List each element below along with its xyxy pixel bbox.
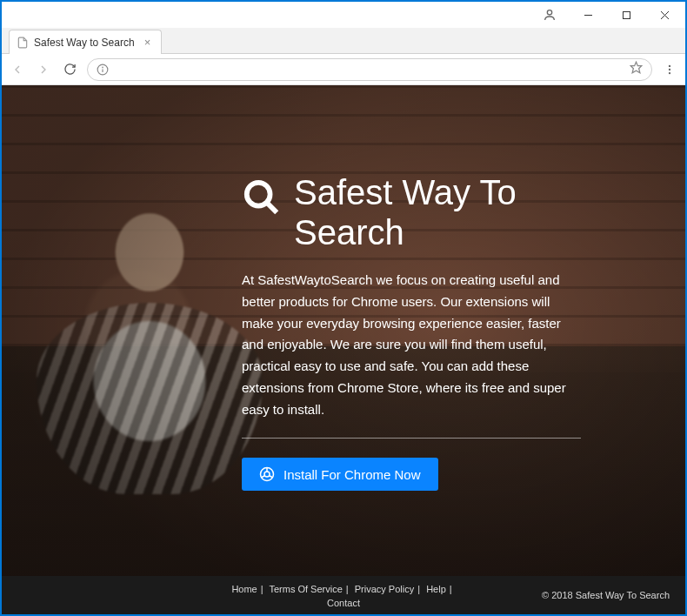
tab-strip: Safest Way to Search × [2, 28, 685, 54]
footer-link-privacy[interactable]: Privacy Policy [355, 584, 414, 594]
footer-link-contact[interactable]: Contact [327, 598, 360, 608]
bookmark-star-icon[interactable] [630, 61, 643, 77]
reload-button[interactable] [61, 61, 78, 78]
install-cta-button[interactable]: Install For Chrome Now [242, 458, 438, 491]
hero-panel: Safest Way To Search At SafestWaytoSearc… [242, 172, 581, 491]
footer-link-tos[interactable]: Terms Of Service [269, 584, 342, 594]
cta-label: Install For Chrome Now [283, 467, 421, 482]
page-content: Safest Way To Search At SafestWaytoSearc… [2, 85, 685, 614]
svg-line-13 [267, 203, 277, 213]
svg-marker-8 [630, 62, 642, 73]
svg-point-12 [247, 183, 270, 206]
browser-menu-button[interactable] [661, 61, 678, 78]
address-bar [2, 54, 685, 85]
user-profile-button[interactable] [530, 3, 569, 27]
svg-rect-2 [623, 11, 630, 18]
forward-button[interactable] [35, 61, 52, 78]
maximize-button[interactable] [607, 3, 645, 27]
footer-copyright: © 2018 Safest Way To Search [542, 590, 670, 600]
footer-link-home[interactable]: Home [231, 584, 257, 594]
back-button[interactable] [9, 61, 26, 78]
window-titlebar [2, 2, 685, 28]
svg-point-0 [547, 10, 551, 15]
browser-tab[interactable]: Safest Way to Search × [9, 30, 162, 54]
svg-point-10 [669, 68, 670, 70]
page-favicon-icon [17, 37, 29, 49]
footer-link-help[interactable]: Help [426, 584, 446, 594]
svg-point-11 [669, 71, 670, 73]
tab-title: Safest Way to Search [34, 37, 135, 49]
tab-close-icon[interactable]: × [142, 37, 154, 49]
magnifier-icon [242, 177, 282, 218]
page-footer: Home| Terms Of Service| Privacy Policy| … [2, 576, 685, 614]
omnibox[interactable] [87, 58, 652, 81]
chrome-icon [259, 466, 275, 482]
svg-line-17 [262, 476, 265, 478]
url-input[interactable] [114, 63, 630, 76]
browser-window: Safest Way to Search × [2, 2, 685, 614]
svg-point-7 [103, 67, 103, 68]
hero-body-text: At SafestWaytoSearch we focus on creatin… [242, 270, 581, 439]
close-button[interactable] [645, 3, 684, 27]
hero-title: Safest Way To Search [294, 172, 581, 252]
minimize-button[interactable] [569, 3, 607, 27]
site-info-icon[interactable] [97, 64, 109, 76]
svg-point-9 [669, 64, 670, 66]
svg-line-18 [269, 476, 272, 478]
